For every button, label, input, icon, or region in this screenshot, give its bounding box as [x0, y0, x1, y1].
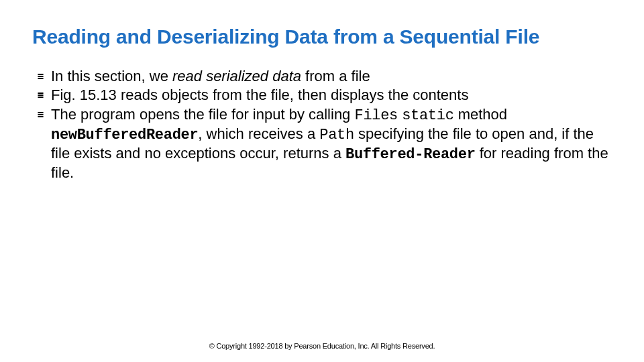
- text: method: [454, 106, 508, 123]
- italic-text: read serialized data: [172, 68, 301, 84]
- text: In this section, we: [51, 68, 172, 84]
- code-text: Files: [354, 107, 398, 124]
- copyright-footer: © Copyright 1992-2018 by Pearson Educati…: [0, 342, 644, 350]
- text: Fig. 15.13 reads objects from the file, …: [51, 86, 468, 103]
- code-text: static: [402, 107, 453, 124]
- slide-title: Reading and Deserializing Data from a Se…: [32, 25, 612, 49]
- list-item: In this section, we read serialized data…: [42, 68, 612, 86]
- text: from a file: [301, 68, 370, 84]
- code-text: Path: [319, 127, 354, 143]
- text: , which receives a: [198, 125, 319, 142]
- text: The program opens the file for input by …: [51, 106, 354, 123]
- slide: Reading and Deserializing Data from a Se…: [0, 0, 644, 362]
- list-item: Fig. 15.13 reads objects from the file, …: [42, 86, 612, 105]
- code-bold-text: Buffered-Reader: [345, 146, 476, 163]
- bullet-list: In this section, we read serialized data…: [32, 68, 612, 182]
- code-bold-text: newBufferedReader: [51, 127, 198, 143]
- list-item: The program opens the file for input by …: [42, 106, 612, 182]
